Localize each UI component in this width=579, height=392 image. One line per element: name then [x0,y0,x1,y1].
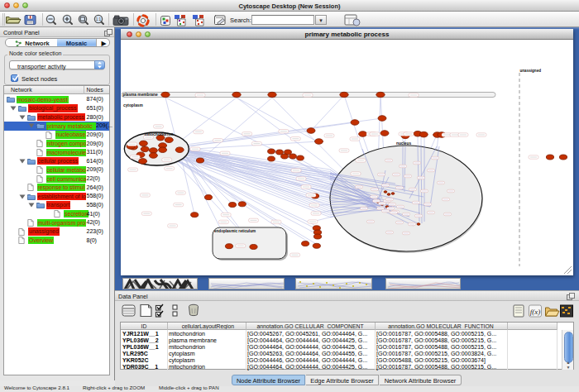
svg-text:endoplasmic reticulum: endoplasmic reticulum [214,229,256,233]
svg-text:mitochondrion: mitochondrion [145,131,174,136]
svg-text:unassigned: unassigned [520,69,542,73]
svg-text:plasma membrane: plasma membrane [123,93,158,97]
svg-text:1:1: 1:1 [96,17,102,22]
svg-text:f(x): f(x) [530,308,541,316]
svg-text:nucleus: nucleus [396,141,411,146]
svg-text:cytoplasm: cytoplasm [123,103,143,108]
